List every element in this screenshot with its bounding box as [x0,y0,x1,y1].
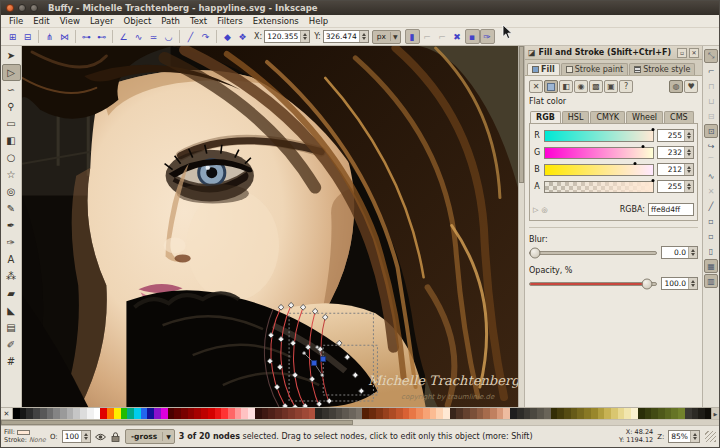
palette-swatch[interactable] [497,408,504,419]
menu-edit[interactable]: Edit [28,16,54,26]
tool-spiral[interactable]: ◎ [2,183,21,200]
palette-swatch[interactable] [255,408,262,419]
palette-swatch[interactable] [692,408,699,419]
insert-node-button[interactable]: ⊞ [5,29,20,44]
palette-swatch[interactable] [322,408,329,419]
join-with-segment-button[interactable]: ⊷ [94,29,109,44]
edit-by-pressure-button[interactable]: ✑ [480,29,495,44]
x-coord-spinner[interactable]: 120.355 [264,30,310,43]
slider-spinner-b[interactable]: 212 [657,163,694,176]
palette-swatch[interactable] [295,408,302,419]
palette-swatch[interactable] [551,408,558,419]
palette-swatch[interactable] [309,408,316,419]
blur-spinner[interactable]: 0.0 [661,246,698,259]
tool-star[interactable]: ☆ [2,166,21,183]
tab-fill[interactable]: Fill [527,63,560,75]
edit-clip-path-button[interactable]: ▮ [405,29,420,44]
opacity-spinner[interactable]: 100.0 [661,277,698,290]
linear-gradient-button[interactable]: ◧ [559,80,573,93]
palette-swatch[interactable] [389,408,396,419]
snap-bbox-midpoints-button[interactable]: ⊟ [704,109,718,123]
blur-arrows[interactable] [688,247,697,258]
palette-swatch[interactable] [87,408,94,419]
palette-swatch[interactable] [651,408,658,419]
palette-swatch[interactable] [40,408,47,419]
colorspace-tab-cmyk[interactable]: CMYK [590,111,625,123]
palette-swatch[interactable] [336,408,343,419]
fill-rule-evenodd-button[interactable]: ♥ [684,80,698,93]
palette-swatch[interactable] [80,408,87,419]
break-path-button[interactable]: ⋔ [42,29,57,44]
palette-swatch[interactable] [60,408,67,419]
delete-node-button[interactable]: ⊟ [20,29,35,44]
palette-swatch[interactable] [537,408,544,419]
canvas-vertical-scrollbar[interactable] [518,46,524,407]
rgba-entry[interactable]: ffe8d4ff [648,203,694,216]
palette-swatch[interactable] [645,408,652,419]
palette-swatch[interactable] [383,408,390,419]
tool-text[interactable]: A [2,251,21,268]
palette-swatch[interactable] [26,408,33,419]
tool-pencil[interactable]: ✎ [2,200,21,217]
snap-smooth-nodes-button[interactable]: ✕ [704,184,718,198]
snap-path-intersections-button[interactable]: ⌒ [704,154,718,168]
palette-swatch[interactable] [456,408,463,419]
palette-swatch[interactable] [161,408,168,419]
title-bar[interactable]: Buffy - Michelle Trachtenberg - happylin… [1,1,719,15]
palette-swatch[interactable] [342,408,349,419]
tool-selector[interactable]: ➤ [2,47,21,64]
current-layer-dropdown[interactable]: -gross ▼ [125,429,175,444]
palette-swatch[interactable] [188,408,195,419]
snap-bbox-edges-button[interactable]: ⊓ [704,79,718,93]
fill-stroke-indicator[interactable]: Fill: Stroke:None [4,429,46,444]
palette-swatch[interactable] [134,408,141,419]
palette-swatch[interactable] [470,408,477,419]
palette-swatch[interactable] [577,408,584,419]
palette-swatch[interactable] [275,408,282,419]
palette-swatch[interactable] [564,408,571,419]
menu-view[interactable]: View [55,16,85,26]
palette-swatch[interactable] [665,408,672,419]
palette-swatch[interactable] [201,408,208,419]
opacity-arrows[interactable] [688,278,697,289]
palette-swatch[interactable] [517,408,524,419]
menu-extensions[interactable]: Extensions [248,16,304,26]
palette-swatch[interactable] [73,408,80,419]
segment-line-button[interactable]: ╱ [183,29,198,44]
snap-enable-button[interactable]: ⤡ [704,49,718,63]
show-transform-handles-button[interactable]: ✖ [450,29,465,44]
palette-swatch[interactable] [416,408,423,419]
flat-color-button[interactable] [544,80,558,93]
tool-box-3d[interactable]: ◧ [2,132,21,149]
palette-swatch[interactable] [409,408,416,419]
tool-bucket-fill[interactable]: ◣ [2,302,21,319]
canvas[interactable]: Michelle Trachtenberg copyright by traum… [22,46,518,407]
palette-swatch[interactable] [141,408,148,419]
palette-swatch[interactable] [436,408,443,419]
palette-swatch[interactable] [638,408,645,419]
zoom-spinner[interactable]: 85% [668,430,700,443]
palette-swatch[interactable] [315,408,322,419]
palette-swatch[interactable] [598,408,605,419]
palette-swatch[interactable] [443,408,450,419]
unit-dropdown[interactable]: px ▼ [372,30,401,44]
palette-swatch[interactable] [604,408,611,419]
palette-swatch[interactable] [423,408,430,419]
palette-swatch[interactable] [611,408,618,419]
window-close-button[interactable] [6,4,14,12]
menu-path[interactable]: Path [156,16,185,26]
zoom-arrows[interactable] [690,431,699,442]
y-coord-arrows[interactable] [359,31,368,42]
palette-swatch[interactable] [571,408,578,419]
colorspace-tab-rgb[interactable]: RGB [530,111,561,123]
palette-swatch[interactable] [463,408,470,419]
palette-swatch[interactable] [477,408,484,419]
palette-swatch[interactable] [403,408,410,419]
object-opacity-arrows[interactable] [81,431,90,442]
slider-arrows[interactable] [684,130,693,141]
palette-swatch[interactable] [698,408,705,419]
swatch-prev-icon[interactable]: ▷ [533,206,538,214]
slider-track-g[interactable] [544,147,654,159]
x-coord-arrows[interactable] [300,31,309,42]
slider-track-a[interactable] [544,181,654,193]
